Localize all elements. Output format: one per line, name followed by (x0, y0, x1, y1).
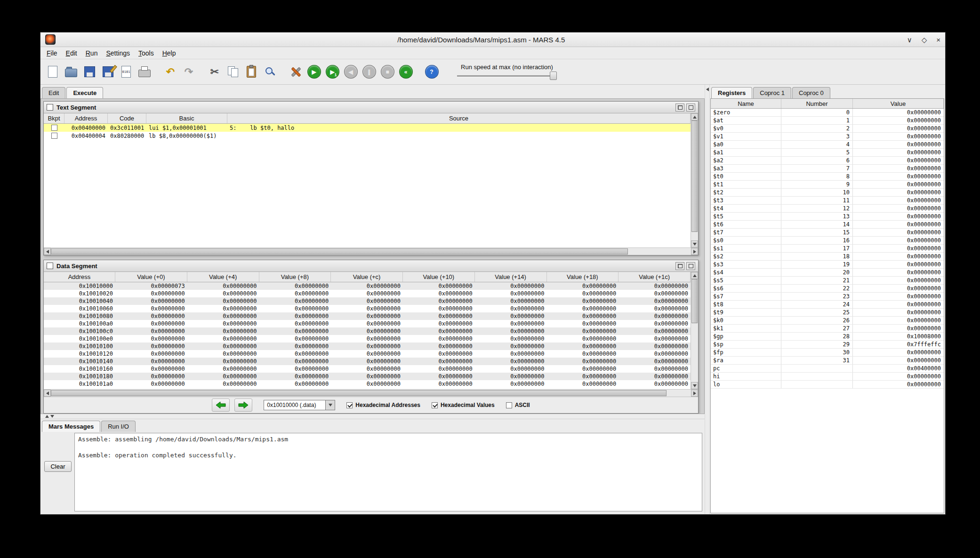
data-segment-row[interactable]: 0x100100000x000000730x000000000x00000000… (44, 282, 691, 290)
data-segment-row[interactable]: 0x100100200x000000000x000000000x00000000… (44, 290, 691, 297)
run-button[interactable]: ▶ (305, 63, 322, 81)
hex-values-checkbox[interactable]: Hexadecimal Values (432, 402, 495, 408)
save-file-button[interactable] (81, 63, 98, 81)
new-file-button[interactable] (44, 63, 61, 81)
text-segment-titlebar[interactable]: Text Segment (44, 102, 698, 113)
menu-tools[interactable]: Tools (134, 48, 158, 58)
pause-button[interactable]: ∥ (361, 63, 378, 81)
copy-button[interactable] (225, 63, 241, 81)
tab-run-io[interactable]: Run I/O (101, 421, 136, 432)
scroll-thumb[interactable] (51, 390, 667, 396)
register-row[interactable]: lo0x00000000 (711, 381, 944, 389)
combobox-dropdown-button[interactable] (326, 400, 335, 410)
register-row[interactable]: $t3110x00000000 (711, 197, 944, 205)
tab-edit[interactable]: Edit (42, 87, 65, 98)
scroll-thumb[interactable] (691, 120, 698, 232)
register-row[interactable]: $a260x00000000 (711, 157, 944, 165)
register-row[interactable]: $fp300x00000000 (711, 349, 944, 357)
scroll-down-button[interactable] (691, 240, 698, 247)
scroll-down-button[interactable] (691, 382, 698, 389)
text-segment-row[interactable]: 0x004000000x3c011001lui $1,0x000010015: … (44, 124, 691, 132)
register-row[interactable]: $v020x00000000 (711, 125, 944, 133)
data-segment-row[interactable]: 0x100101800x000000000x000000000x00000000… (44, 373, 691, 380)
data-segment-row[interactable]: 0x100101000x000000000x000000000x00000000… (44, 343, 691, 350)
menu-help[interactable]: Help (158, 48, 180, 58)
help-button[interactable]: ? (423, 63, 440, 81)
frame-maximize-button[interactable] (686, 262, 695, 270)
scroll-track[interactable] (691, 279, 698, 382)
register-row[interactable]: $s4200x00000000 (711, 269, 944, 277)
register-row[interactable]: $s1170x00000000 (711, 245, 944, 253)
save-as-button[interactable] (99, 63, 116, 81)
register-row[interactable]: $a040x00000000 (711, 141, 944, 149)
dump-memory-button[interactable]: 0101 (118, 63, 135, 81)
scroll-right-button[interactable] (691, 390, 698, 397)
data-segment-row[interactable]: 0x100101a00x000000000x000000000x00000000… (44, 380, 691, 388)
register-row[interactable]: $t5130x00000000 (711, 213, 944, 221)
register-row[interactable]: $s5210x00000000 (711, 277, 944, 285)
shade-icon[interactable]: ∨ (907, 36, 912, 43)
scroll-left-button[interactable] (44, 390, 51, 397)
vertical-splitter[interactable] (705, 85, 710, 514)
register-row[interactable]: $a370x00000000 (711, 165, 944, 173)
next-data-button[interactable] (234, 399, 252, 412)
checkbox-icon[interactable] (432, 402, 438, 408)
data-segment-vscroll[interactable] (691, 272, 698, 389)
maximize-icon[interactable]: ◇ (922, 36, 927, 43)
scroll-track[interactable] (51, 248, 691, 255)
scroll-track[interactable] (51, 390, 691, 397)
data-segment-row[interactable]: 0x100100800x000000000x000000000x00000000… (44, 312, 691, 320)
register-row[interactable]: $s2180x00000000 (711, 253, 944, 261)
register-row[interactable]: $zero00x00000000 (711, 109, 944, 117)
assemble-button[interactable] (287, 63, 304, 81)
data-segment-titlebar[interactable]: Data Segment (44, 260, 698, 272)
frame-maximize-button[interactable] (686, 104, 695, 112)
register-row[interactable]: $k0260x00000000 (711, 317, 944, 325)
checkbox-icon[interactable] (506, 402, 512, 408)
menu-run[interactable]: Run (81, 48, 102, 58)
prev-data-button[interactable] (212, 399, 230, 412)
data-segment-row[interactable]: 0x100100400x000000000x000000000x00000000… (44, 297, 691, 305)
register-row[interactable]: $a150x00000000 (711, 149, 944, 157)
step-backward-button[interactable]: ◀ (342, 63, 359, 81)
data-segment-row[interactable]: 0x100100c00x000000000x000000000x00000000… (44, 327, 691, 335)
register-row[interactable]: $k1270x00000000 (711, 325, 944, 333)
run-one-step-button[interactable]: ▶1 (324, 63, 341, 81)
ascii-checkbox[interactable]: ASCII (506, 402, 530, 408)
horizontal-splitter[interactable] (40, 414, 705, 419)
open-file-button[interactable] (63, 63, 80, 81)
scroll-thumb[interactable] (691, 279, 698, 323)
tab-mars-messages[interactable]: Mars Messages (42, 421, 100, 432)
register-row[interactable]: pc0x00400000 (711, 365, 944, 373)
menu-file[interactable]: File (42, 48, 62, 58)
title-bar[interactable]: /home/david/Downloads/Mars/mips1.asm - M… (40, 32, 945, 47)
scroll-thumb[interactable] (51, 248, 628, 255)
redo-button[interactable]: ↷ (180, 63, 197, 81)
register-row[interactable]: $v130x00000000 (711, 133, 944, 141)
register-row[interactable]: $t4120x00000000 (711, 205, 944, 213)
hex-addresses-checkbox[interactable]: Hexadecimal Addresses (346, 402, 420, 408)
text-segment-row[interactable]: 0x004000040x80280000lb $8,0x00000000($1) (44, 132, 691, 140)
clear-button[interactable]: Clear (44, 461, 71, 472)
breakpoint-checkbox[interactable] (51, 125, 57, 131)
run-speed-slider[interactable] (457, 72, 557, 80)
undo-button[interactable]: ↶ (162, 63, 179, 81)
scroll-left-button[interactable] (44, 248, 51, 255)
scroll-up-button[interactable] (691, 272, 698, 279)
data-segment-row[interactable]: 0x100101600x000000000x000000000x00000000… (44, 365, 691, 373)
paste-button[interactable] (243, 63, 260, 81)
data-segment-hscroll[interactable] (44, 389, 698, 397)
register-row[interactable]: hi0x00000000 (711, 373, 944, 381)
slider-thumb[interactable] (550, 72, 557, 80)
reset-button[interactable]: « (397, 63, 414, 81)
register-row[interactable]: $t9250x00000000 (711, 309, 944, 317)
checkbox-icon[interactable] (346, 402, 353, 408)
stop-button[interactable]: ■ (379, 63, 396, 81)
data-segment-row[interactable]: 0x100101400x000000000x000000000x00000000… (44, 358, 691, 365)
register-row[interactable]: $sp290x7fffeffc (711, 341, 944, 349)
register-row[interactable]: $t7150x00000000 (711, 229, 944, 237)
data-segment-row[interactable]: 0x100100a00x000000000x000000000x00000000… (44, 320, 691, 327)
breakpoint-checkbox[interactable] (51, 133, 57, 139)
frame-restore-button[interactable] (675, 262, 684, 270)
register-row[interactable]: $t190x00000000 (711, 181, 944, 189)
